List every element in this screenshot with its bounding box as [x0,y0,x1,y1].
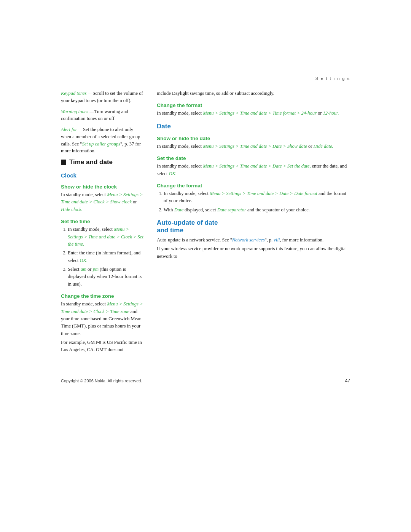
warning-tones-term: Warning tones [61,109,88,114]
pm-label: pm [93,267,99,272]
change-format-clock-heading: Change the format [157,102,350,108]
set-time-steps: In standby mode, select Menu > Settings … [61,226,145,288]
12-hour-label: 12-hour. [323,110,339,116]
hide-date-label: Hide date. [313,144,333,149]
show-hide-clock-body: In standby mode, select Menu > Settings … [61,191,145,213]
change-format-date-heading: Change the format [157,183,350,189]
clock-heading: Clock [61,172,145,179]
gmt-continue: include Daylight savings time, so add or… [157,90,350,97]
hide-clock-path: Hide clock. [61,207,83,212]
change-time-zone-heading: Change the time zone [61,293,145,299]
set-time-step-2: Enter the time (in hh:mm format), and se… [68,249,145,264]
show-hide-date-body: In standby mode, select Menu > Settings … [157,143,350,150]
date-format-path: Menu > Settings > Time and date > Date >… [210,191,317,196]
right-column: include Daylight savings time, so add or… [157,90,350,355]
set-time-path: Menu > Settings > Time and date > Clock … [68,227,143,247]
time-zone-path: Menu > Settings > Time and date > Clock … [61,301,143,314]
change-format-date-steps: In standby mode, select Menu > Settings … [157,190,350,214]
network-services-page: viii [274,237,280,243]
set-time-heading: Set the time [61,219,145,224]
show-date-path: Menu > Settings > Time and date > Date >… [203,144,307,149]
intro-alert-for: Alert for —Set the phone to alert only w… [61,126,145,155]
set-time-step-1: In standby mode, select Menu > Settings … [68,226,145,248]
set-date-ok: OK. [169,171,177,176]
show-hide-clock-heading: Show or hide the clock [61,184,145,190]
date-separator-label: Date separator [217,207,246,212]
auto-update-body1: Auto-update is a network service. See "N… [157,236,350,244]
page-header: S e t t i n g s [61,76,350,81]
change-format-date-step-2: With Date displayed, select Date separat… [164,206,350,214]
left-column: Keypad tones —Scroll to set the volume o… [61,90,145,355]
auto-update-body2: If your wireless service provider or net… [157,245,350,260]
auto-update-heading: Auto-update of dateand time [157,219,350,234]
set-time-step-3: Select am or pm (this option is displaye… [68,266,145,288]
section-icon [61,160,66,165]
intro-keypad-tones: Keypad tones —Scroll to set the volume o… [61,90,145,104]
change-time-zone-body: In standby mode, select Menu > Settings … [61,300,145,337]
page-number: 47 [345,378,350,383]
change-format-clock-body: In standby mode, select Menu > Settings … [157,110,350,117]
date-heading: Date [157,123,350,130]
section-title: Time and date [69,158,113,166]
change-format-date-step-1: In standby mode, select Menu > Settings … [164,190,350,205]
date-label: Date [174,207,183,212]
intro-warning-tones: Warning tones —Turn warning and confirma… [61,108,145,123]
time-and-date-heading: Time and date [61,158,145,166]
show-hide-clock-path: Menu > Settings > Time and date > Clock … [61,192,143,204]
set-date-path: Menu > Settings > Time and date > Date >… [203,163,311,169]
set-time-ok: OK. [80,258,88,263]
content-area: Keypad tones —Scroll to set the volume o… [61,90,350,355]
gmt-example: For example, GMT-8 is US Pacific time in… [61,339,145,354]
network-services-link[interactable]: Network services [232,237,265,243]
page-footer: Copyright © 2006 Nokia. All rights reser… [61,378,350,383]
set-date-heading: Set the date [157,155,350,161]
alert-for-term: Alert for [61,127,77,132]
header-text: S e t t i n g s [315,76,350,81]
page: S e t t i n g s Keypad tones —Scroll to … [61,0,350,429]
footer-copyright: Copyright © 2006 Nokia. All rights reser… [61,379,142,383]
time-format-path: Menu > Settings > Time and date > Time f… [203,110,317,116]
am-label: am [81,267,86,272]
keypad-tones-term: Keypad tones [61,91,87,96]
set-up-caller-groups-link[interactable]: Set up caller groups [82,141,120,147]
show-hide-date-heading: Show or hide the date [157,136,350,141]
set-date-body: In standby mode, select Menu > Settings … [157,163,350,177]
